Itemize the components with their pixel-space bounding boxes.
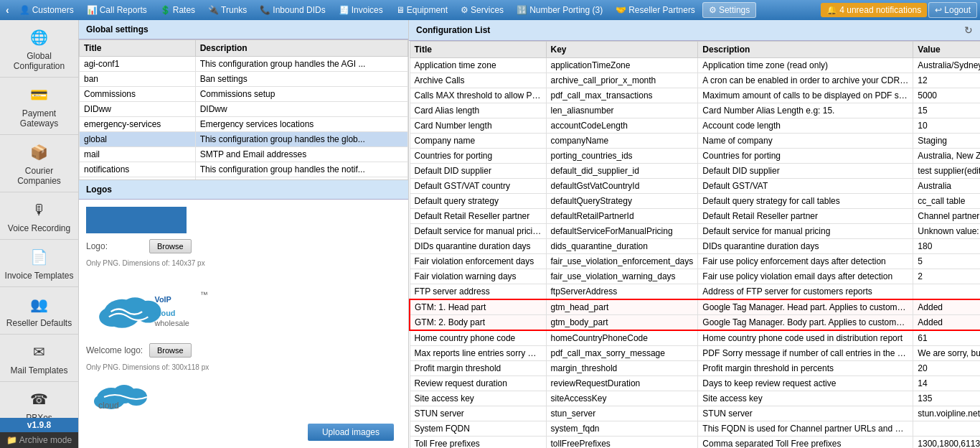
settings-cell-title: emergency-services bbox=[80, 117, 196, 132]
config-table-row[interactable]: Countries for porting porting_countries_… bbox=[410, 149, 980, 164]
sidebar-item-pbxes[interactable]: ☎ PBXes bbox=[0, 382, 78, 418]
config-cell-desc: DIDs quarantine duration days bbox=[698, 239, 913, 254]
config-table-row[interactable]: Default Retail Reseller partner defaultR… bbox=[410, 209, 980, 224]
logo-browse-button[interactable]: Browse bbox=[149, 239, 192, 253]
config-table-row[interactable]: Toll Free prefixes tollFreePrefixes Comm… bbox=[410, 437, 980, 449]
settings-table-row[interactable]: agi-conf1 This configuration group handl… bbox=[80, 57, 408, 72]
config-table-row[interactable]: STUN server stun_server STUN server stun… bbox=[410, 406, 980, 421]
config-cell-key: defaultGstVatCountryId bbox=[546, 179, 698, 194]
config-cell-value: 15 bbox=[913, 103, 980, 118]
nav-item-settings[interactable]: ⚙ Settings bbox=[702, 2, 756, 18]
config-cell-key: defaultRetailPartnerId bbox=[546, 209, 698, 224]
settings-cell-desc: This configuration group handles the glo… bbox=[195, 132, 407, 147]
config-cell-title: GTM: 2. Body part bbox=[410, 315, 546, 331]
sidebar-item-courier-companies[interactable]: 📦 Courier Companies bbox=[0, 135, 78, 192]
config-cell-title: Profit margin threshold bbox=[410, 361, 546, 376]
settings-table-row[interactable]: global This configuration group handles … bbox=[80, 132, 408, 147]
nav-notifications[interactable]: 🔔 4 unread notifications bbox=[821, 3, 927, 17]
nav-item-call-reports[interactable]: 📊 Call Reports bbox=[81, 3, 153, 17]
settings-table: Title Description agi-conf1 This configu… bbox=[79, 39, 408, 179]
config-table-row[interactable]: FTP server address ftpServerAddress Addr… bbox=[410, 284, 980, 300]
nav-item-number-porting[interactable]: 🔢 Number Porting (3) bbox=[511, 3, 608, 17]
config-table-row[interactable]: System FQDN system_fqdn This FQDN is use… bbox=[410, 421, 980, 437]
config-table-row[interactable]: GTM: 1. Head part gtm_head_part Google T… bbox=[410, 299, 980, 315]
config-table-row[interactable]: GTM: 2. Body part gtm_body_part Google T… bbox=[410, 315, 980, 331]
config-table-row[interactable]: Company name companyName Name of company… bbox=[410, 134, 980, 149]
nav-item-reseller-partners[interactable]: 🤝 Reseller Partners bbox=[610, 3, 701, 17]
mail-templates-icon: ✉ bbox=[28, 340, 51, 363]
config-table-container: Title Key Description Value Application … bbox=[409, 41, 980, 448]
config-table-row[interactable]: Profit margin threshold margin_threshold… bbox=[410, 361, 980, 376]
settings-table-row[interactable]: mail SMTP and Email addresses bbox=[80, 147, 408, 162]
config-table-row[interactable]: Fair violation warning days fair_use_vio… bbox=[410, 269, 980, 284]
nav-item-customers[interactable]: 👤 Customers bbox=[14, 3, 80, 17]
config-table-row[interactable]: Default DID supplier default_did_supplie… bbox=[410, 164, 980, 179]
sidebar-item-mail-templates[interactable]: ✉ Mail Templates bbox=[0, 335, 78, 382]
settings-table-container: Title Description agi-conf1 This configu… bbox=[79, 39, 408, 179]
payment-gateways-icon: 💳 bbox=[28, 83, 51, 106]
config-cell-title: Archive Calls bbox=[410, 73, 546, 88]
config-col-title: Title bbox=[410, 42, 546, 58]
config-cell-key: system_fqdn bbox=[546, 421, 698, 437]
invoices-icon: 🧾 bbox=[339, 5, 349, 15]
refresh-icon[interactable]: ↻ bbox=[964, 24, 973, 36]
sidebar-item-voice-recording[interactable]: 🎙 Voice Recording bbox=[0, 192, 78, 240]
config-cell-key: len_aliasnumber bbox=[546, 103, 698, 118]
config-table-row[interactable]: Default query strategy defaultQueryStrat… bbox=[410, 194, 980, 209]
settings-table-row[interactable]: ban Ban settings bbox=[80, 72, 408, 87]
sidebar-item-global-configuration[interactable]: 🌐 Global Configuration bbox=[0, 20, 78, 78]
settings-cell-desc: Commissions setup bbox=[195, 87, 407, 102]
config-cell-value: 10 bbox=[913, 118, 980, 134]
config-table-row[interactable]: Calls MAX threshold to allow PDF generat… bbox=[410, 88, 980, 103]
upload-images-button[interactable]: Upload images bbox=[308, 424, 394, 441]
sidebar-version: v1.9.8 bbox=[0, 418, 78, 432]
config-table-row[interactable]: Default GST/VAT country defaultGstVatCou… bbox=[410, 179, 980, 194]
config-table-row[interactable]: Application time zone applicationTimeZon… bbox=[410, 58, 980, 73]
config-cell-title: Card Alias length bbox=[410, 103, 546, 118]
svg-text:cloud: cloud bbox=[154, 308, 175, 317]
config-list-panel: Configuration List ↻ Title Key Descripti… bbox=[409, 20, 980, 448]
config-col-value: Value bbox=[913, 42, 980, 58]
welcome-logo-browse-button[interactable]: Browse bbox=[149, 343, 192, 358]
config-cell-key: defaultServiceForManualPricing bbox=[546, 224, 698, 239]
config-cell-key: fair_use_violation_enforcement_days bbox=[546, 254, 698, 269]
nav-item-rates[interactable]: 💲 Rates bbox=[154, 3, 201, 17]
nav-logout-button[interactable]: ↩ Logout bbox=[928, 2, 977, 18]
config-cell-title: STUN server bbox=[410, 406, 546, 421]
sidebar-item-reseller-defaults[interactable]: 👥 Reseller Defaults bbox=[0, 287, 78, 335]
config-table-row[interactable]: Max reports line entries sorry message p… bbox=[410, 346, 980, 361]
config-cell-value bbox=[913, 284, 980, 300]
config-table-row[interactable]: Fair violation enforcement days fair_use… bbox=[410, 254, 980, 269]
settings-cell-title: Commissions bbox=[80, 87, 196, 102]
logout-icon: ↩ bbox=[935, 5, 942, 15]
config-table-row[interactable]: Review request duration reviewRequestDur… bbox=[410, 376, 980, 391]
config-table-row[interactable]: Card Alias length len_aliasnumber Card N… bbox=[410, 103, 980, 118]
settings-table-row[interactable]: DIDww DIDww bbox=[80, 102, 408, 117]
nav-item-invoices[interactable]: 🧾 Invoices bbox=[333, 3, 389, 17]
call-reports-icon: 📊 bbox=[87, 5, 98, 15]
sidebar-item-invoice-templates[interactable]: 📄 Invoice Templates bbox=[0, 240, 78, 287]
global-settings-header: Global settings bbox=[79, 20, 408, 39]
config-table-row[interactable]: DIDs quarantine duration days dids_quara… bbox=[410, 239, 980, 254]
nav-item-services[interactable]: ⚙ Services bbox=[455, 3, 509, 17]
config-cell-key: porting_countries_ids bbox=[546, 149, 698, 164]
config-table-row[interactable]: Card Number length accountCodeLength Acc… bbox=[410, 118, 980, 134]
settings-table-row[interactable]: emergency-services Emergency services lo… bbox=[80, 117, 408, 132]
nav-item-equipment[interactable]: 🖥 Equipment bbox=[390, 3, 453, 17]
logos-content: Logo: Browse Only PNG. Dimensions of: 14… bbox=[79, 200, 408, 416]
config-table-row[interactable]: Site access key siteAccessKey Site acces… bbox=[410, 391, 980, 406]
config-table-row[interactable]: Default service for manual pricing defau… bbox=[410, 224, 980, 239]
settings-table-row[interactable]: notifications This configuration group h… bbox=[80, 162, 408, 177]
config-cell-value: 5000 bbox=[913, 88, 980, 103]
config-table-row[interactable]: Home country phone code homeCountryPhone… bbox=[410, 330, 980, 346]
config-cell-title: Review request duration bbox=[410, 376, 546, 391]
global-config-icon: 🌐 bbox=[28, 26, 51, 49]
settings-table-row[interactable]: Commissions Commissions setup bbox=[80, 87, 408, 102]
equipment-icon: 🖥 bbox=[396, 5, 405, 15]
config-table-row[interactable]: Archive Calls archive_call_prior_x_month… bbox=[410, 73, 980, 88]
nav-item-trunks[interactable]: 🔌 Trunks bbox=[202, 3, 253, 17]
sidebar-item-payment-gateways[interactable]: 💳 Payment Gateways bbox=[0, 78, 78, 135]
nav-item-inbound-dids[interactable]: 📞 Inbound DIDs bbox=[254, 3, 331, 17]
sidebar-archive-mode[interactable]: 📁 Archive mode bbox=[0, 432, 78, 448]
nav-arrow-left[interactable]: ‹ bbox=[3, 4, 12, 16]
